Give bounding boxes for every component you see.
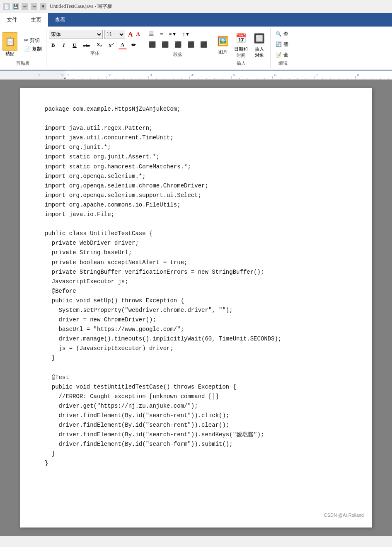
code-line: import java.util.regex.Pattern; (45, 124, 347, 133)
select-all-label: 全 (283, 51, 288, 58)
undo-icon[interactable]: ↩ (22, 3, 28, 10)
cut-button[interactable]: ✂ 剪切 (22, 36, 44, 44)
svg-text:3: 3 (150, 73, 152, 77)
bullets-button[interactable]: ☰ (147, 30, 156, 39)
code-line: } (45, 449, 347, 459)
subscript-button[interactable]: X2 (95, 41, 104, 49)
clipboard-label: 剪贴板 (2, 60, 44, 66)
code-line: driver.findElement(By.id("search-rent"))… (45, 430, 347, 440)
code-line: private WebDriver driver; (45, 238, 347, 248)
copy-button[interactable]: 📄 复制 (22, 45, 44, 53)
strikethrough-button[interactable]: abc (81, 42, 92, 49)
code-line: } (45, 459, 347, 468)
object-icon: 🔲 (252, 31, 267, 46)
picture-label: 图片 (218, 49, 227, 55)
paragraph-group: ☰ ≡ ≡▼ ↕▼ ⬛ ⬛ ⬛ ⬛ ⬛ 段落 (144, 28, 212, 68)
select-all-button[interactable]: 📝 全 (274, 51, 292, 59)
code-line: driver = new ChromeDriver(); (45, 315, 347, 325)
svg-text:7: 7 (316, 73, 318, 77)
insert-datetime-button[interactable]: 📅 日期和时间 (234, 31, 249, 58)
save-icon[interactable]: 💾 (12, 3, 19, 10)
numbering-button[interactable]: ≡ (158, 30, 165, 39)
svg-text:8: 8 (357, 73, 359, 77)
code-line: js = (JavascriptExecutor) driver; (45, 344, 347, 353)
tab-file[interactable]: 文件 (0, 13, 24, 27)
editor-area: package com.example.HttpsNjZuAnjukeCom; … (0, 80, 392, 536)
code-line: driver.findElement(By.id("search-rent"))… (45, 411, 347, 421)
paste-button[interactable]: 📋 粘贴 (2, 32, 17, 57)
code-line: } (45, 353, 347, 363)
edit-label: 编辑 (274, 60, 292, 66)
svg-text:1: 1 (67, 73, 69, 77)
code-line: public void testUntitledTestCase() throw… (45, 382, 347, 392)
code-line: import org.openqa.selenium.support.ui.Se… (45, 191, 347, 200)
font-label: 字体 (49, 50, 141, 56)
code-line: import static org.hamcrest.CoreMatchers.… (45, 162, 347, 172)
decrease-font-size-button[interactable]: A (135, 31, 141, 38)
align-center-button[interactable]: ⬛ (160, 40, 171, 49)
align-left-button[interactable]: ⬛ (147, 40, 158, 49)
ribbon-tabs: 文件 主页 查看 (0, 13, 392, 27)
code-line (45, 363, 347, 373)
font-group: 宋体 11 A A B I U abc X2 X2 A ✏ 字体 (46, 28, 144, 68)
code-line: import static org.junit.Assert.*; (45, 152, 347, 162)
find-button[interactable]: 🔍 查 (274, 30, 292, 39)
italic-button[interactable]: I (60, 41, 68, 49)
code-line: import java.util.concurrent.TimeUnit; (45, 133, 347, 143)
code-line: public void setUp() throws Exception { (45, 296, 347, 306)
customize-icon[interactable]: ▼ (40, 3, 46, 10)
superscript-button[interactable]: X2 (106, 41, 116, 49)
cut-copy-group: ✂ 剪切 📄 复制 (22, 36, 44, 53)
replace-icon: 🔄 (276, 41, 282, 48)
paragraph-label: 段落 (147, 51, 209, 58)
code-line: import org.junit.*; (45, 143, 347, 152)
increase-font-size-button[interactable]: A (127, 31, 134, 38)
cut-icon: ✂ (24, 37, 28, 44)
code-line: private StringBuffer verificationErrors … (45, 267, 347, 277)
svg-text:4: 4 (191, 73, 194, 77)
code-line: JavascriptExecutor js; (45, 277, 347, 287)
select-all-icon: 📝 (276, 52, 282, 58)
underline-button[interactable]: U (70, 41, 79, 49)
rtl-button[interactable]: ⬛ (198, 40, 209, 49)
code-line: driver.get("https://nj.zu.anjuke.com/"); (45, 401, 347, 411)
insert-picture-button[interactable]: 🖼️ 图片 (215, 34, 230, 55)
title-bar-icons: 📄 💾 ↩ ↪ ▼ (3, 3, 46, 10)
replace-button[interactable]: 🔄 替 (274, 40, 292, 49)
copy-icon: 📄 (24, 46, 30, 52)
svg-text:6: 6 (274, 73, 276, 77)
window-title: UntitledTestCase.java - 写字板 (50, 3, 112, 10)
object-label: 插入对象 (255, 46, 264, 58)
highlight-button[interactable]: ✏ (129, 41, 138, 49)
font-name-select[interactable]: 宋体 (49, 30, 103, 39)
code-line: private String baseUrl; (45, 248, 347, 258)
copy-label: 复制 (32, 46, 42, 53)
document-page[interactable]: package com.example.HttpsNjZuAnjukeCom; … (20, 88, 372, 528)
tab-home[interactable]: 主页 (24, 13, 48, 27)
tab-view[interactable]: 查看 (48, 13, 72, 27)
code-line: package com.example.HttpsNjZuAnjukeCom; (45, 105, 347, 114)
insert-object-button[interactable]: 🔲 插入对象 (252, 31, 267, 58)
svg-text:2: 2 (61, 73, 63, 77)
align-right-button[interactable]: ⬛ (172, 40, 184, 49)
line-spacing-button[interactable]: ↕▼ (181, 30, 192, 38)
list-button[interactable]: ≡▼ (167, 30, 179, 38)
font-size-select[interactable]: 11 (104, 30, 125, 39)
svg-rect-1 (65, 71, 392, 80)
svg-text:5: 5 (233, 73, 235, 77)
code-line: import org.openqa.selenium.chrome.Chrome… (45, 181, 347, 191)
redo-icon[interactable]: ↪ (31, 3, 37, 10)
code-line: baseUrl = "https://www.google.com/"; (45, 325, 347, 334)
paste-icon: 📋 (2, 32, 17, 51)
bold-button[interactable]: B (49, 41, 57, 49)
code-line: driver.manage().timeouts().implicitlyWai… (45, 334, 347, 344)
code-line: //ERROR: Caught exception [unknown comma… (45, 392, 347, 401)
datetime-label: 日期和时间 (234, 46, 248, 58)
svg-text:1: 1 (38, 73, 40, 77)
clipboard-group: 📋 粘贴 ✂ 剪切 📄 复制 剪贴板 (0, 28, 46, 68)
code-line: driver.findElement(By.id("search-rent"))… (45, 421, 347, 430)
justify-button[interactable]: ⬛ (185, 40, 196, 49)
font-color-button[interactable]: A (119, 41, 127, 49)
code-line: System.setProperty("webdriver.chrome.dri… (45, 306, 347, 315)
code-line: @Test (45, 373, 347, 382)
